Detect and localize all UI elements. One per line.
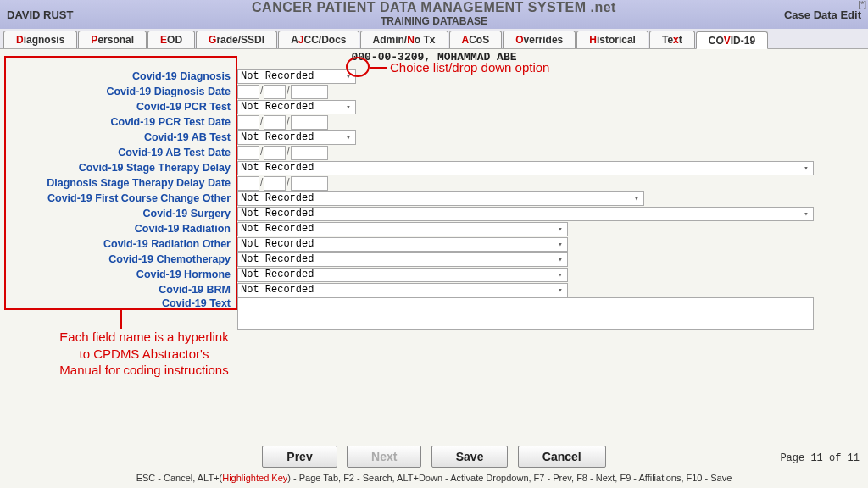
date-stage-delay[interactable]: // bbox=[237, 176, 328, 191]
form-area: Covid-19 Diagnosis Not Recorded▾ Covid-1… bbox=[0, 65, 868, 330]
label-text[interactable]: Covid-19 Text bbox=[0, 297, 237, 309]
label-hormone[interactable]: Covid-19 Hormone bbox=[0, 269, 237, 280]
chevron-down-icon: ▾ bbox=[344, 103, 353, 111]
cancel-button[interactable]: Cancel bbox=[518, 446, 606, 468]
label-chemo[interactable]: Covid-19 Chemotherapy bbox=[0, 253, 237, 265]
header-corner-indicator: [*] bbox=[859, 0, 866, 9]
select-hormone[interactable]: Not Recorded▾ bbox=[237, 268, 568, 282]
next-button: Next bbox=[347, 446, 421, 468]
chevron-down-icon: ▾ bbox=[344, 72, 353, 80]
tab-ajcc-docs[interactable]: AJCC/Docs bbox=[278, 30, 359, 48]
app-title: CANCER PATIENT DATA MANAGEMENT SYSTEM .n… bbox=[180, 0, 688, 15]
label-pcr-test[interactable]: Covid-19 PCR Test bbox=[0, 101, 237, 113]
keyboard-hints: ESC - Cancel, ALT+(Highlighted Key) - Pa… bbox=[0, 473, 868, 483]
select-first-course[interactable]: Not Recorded▾ bbox=[237, 191, 644, 206]
date-pcr[interactable]: // bbox=[237, 115, 328, 130]
label-ab-test[interactable]: Covid-19 AB Test bbox=[0, 131, 237, 143]
prev-button[interactable]: Prev bbox=[262, 446, 337, 468]
header-bar: [*] DAVID RUST CANCER PATIENT DATA MANAG… bbox=[0, 0, 868, 29]
annotation-labels-text: Each field name is a hyperlink to CPDMS … bbox=[59, 329, 229, 379]
select-brm[interactable]: Not Recorded▾ bbox=[237, 283, 568, 297]
textarea-covid-text[interactable] bbox=[237, 297, 814, 330]
chevron-down-icon: ▾ bbox=[556, 286, 565, 294]
patient-id-line: 000-00-3209, MOHAMMAD ABE bbox=[0, 49, 868, 65]
label-radiation-other[interactable]: Covid-19 Radiation Other bbox=[0, 238, 237, 250]
chevron-down-icon: ▾ bbox=[556, 270, 565, 279]
label-diagnosis-date[interactable]: Covid-19 Diagnosis Date bbox=[0, 86, 237, 97]
label-radiation[interactable]: Covid-19 Radiation bbox=[0, 223, 237, 235]
label-ab-date[interactable]: Covid-19 AB Test Date bbox=[0, 147, 237, 158]
chevron-down-icon: ▾ bbox=[344, 133, 353, 141]
date-ab[interactable]: // bbox=[237, 146, 328, 160]
save-button[interactable]: Save bbox=[431, 446, 509, 468]
app-subtitle: TRAINING DATABASE bbox=[180, 15, 688, 27]
header-mode: Case Data Edit bbox=[784, 8, 861, 21]
chevron-down-icon: ▾ bbox=[802, 209, 810, 218]
tab-overrides[interactable]: Overrides bbox=[503, 30, 576, 48]
label-stage-delay-date[interactable]: Diagnosis Stage Therapy Delay Date bbox=[0, 177, 237, 189]
label-pcr-date[interactable]: Covid-19 PCR Test Date bbox=[0, 116, 237, 128]
tab-bar: DiagnosisPersonalEODGrade/SSDIAJCC/DocsA… bbox=[0, 29, 868, 49]
tab-covid-19[interactable]: COVID-19 bbox=[696, 31, 768, 49]
select-radiation[interactable]: Not Recorded▾ bbox=[237, 222, 568, 236]
label-surgery[interactable]: Covid-19 Surgery bbox=[0, 208, 237, 219]
select-stage-delay[interactable]: Not Recorded▾ bbox=[237, 161, 814, 175]
tab-grade-ssdi[interactable]: Grade/SSDI bbox=[196, 30, 277, 48]
chevron-down-icon: ▾ bbox=[556, 225, 565, 233]
tab-admin-no-tx[interactable]: Admin/No Tx bbox=[360, 30, 448, 48]
select-radiation-other[interactable]: Not Recorded▾ bbox=[237, 237, 568, 252]
chevron-down-icon: ▾ bbox=[556, 240, 565, 248]
tab-diagnosis[interactable]: Diagnosis bbox=[3, 30, 77, 48]
select-chemo[interactable]: Not Recorded▾ bbox=[237, 252, 568, 267]
chevron-down-icon: ▾ bbox=[556, 255, 565, 263]
label-first-course[interactable]: Covid-19 First Course Change Other bbox=[0, 192, 237, 204]
tab-eod[interactable]: EOD bbox=[147, 30, 195, 48]
header-username: DAVID RUST bbox=[7, 8, 73, 21]
tab-text[interactable]: Text bbox=[649, 30, 695, 48]
footer-bar: Prev Next Save Cancel ESC - Cancel, ALT+… bbox=[0, 446, 868, 483]
chevron-down-icon: ▾ bbox=[802, 164, 810, 172]
select-surgery[interactable]: Not Recorded▾ bbox=[237, 207, 814, 221]
select-ab-test[interactable]: Not Recorded▾ bbox=[237, 130, 356, 145]
tab-acos[interactable]: ACoS bbox=[449, 30, 503, 48]
date-diagnosis[interactable]: // bbox=[237, 85, 328, 99]
tab-historical[interactable]: Historical bbox=[576, 30, 648, 48]
label-diagnosis[interactable]: Covid-19 Diagnosis bbox=[0, 70, 237, 82]
tab-personal[interactable]: Personal bbox=[78, 30, 147, 48]
select-pcr-test[interactable]: Not Recorded▾ bbox=[237, 100, 356, 114]
label-stage-delay[interactable]: Covid-19 Stage Therapy Delay bbox=[0, 162, 237, 174]
select-diagnosis[interactable]: Not Recorded▾ bbox=[237, 69, 356, 84]
chevron-down-icon: ▾ bbox=[632, 194, 641, 202]
label-brm[interactable]: Covid-19 BRM bbox=[0, 284, 237, 296]
